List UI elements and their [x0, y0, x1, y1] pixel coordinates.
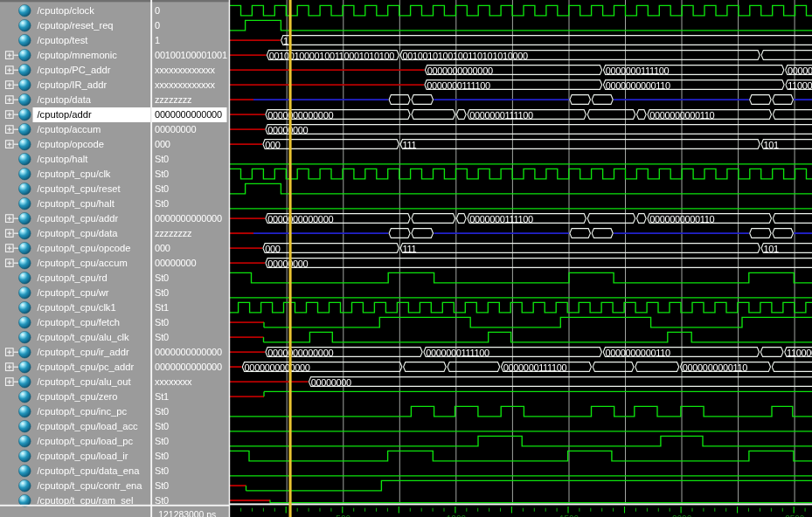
- svg-text:0000000111100: 0000000111100: [469, 110, 533, 121]
- svg-text:0000000000000: 0000000000000: [267, 214, 333, 224]
- svg-text:0000000000110: 0000000000110: [606, 80, 670, 91]
- svg-text:/cputop/t_cpu/addr: /cputop/t_cpu/addr: [38, 213, 119, 224]
- svg-text:/cputop/addr: /cputop/addr: [38, 109, 92, 120]
- svg-text:00000000: 00000000: [155, 258, 196, 268]
- svg-text:00000000: 00000000: [155, 124, 196, 134]
- svg-text:00100100001001: 00100100001001: [155, 50, 227, 60]
- svg-text:1500: 1500: [559, 514, 580, 517]
- svg-text:00000000: 00000000: [267, 258, 308, 269]
- svg-text:/cputop/clock: /cputop/clock: [38, 5, 95, 16]
- svg-text:0000000000110: 0000000000110: [606, 348, 670, 358]
- svg-text:0000000000000: 0000000000000: [267, 110, 333, 121]
- svg-text:/cputop/t_cpu/zero: /cputop/t_cpu/zero: [38, 391, 118, 402]
- svg-text:St0: St0: [155, 465, 169, 476]
- svg-text:St0: St0: [155, 406, 169, 417]
- svg-text:2500: 2500: [785, 514, 805, 517]
- svg-text:St0: St0: [155, 154, 169, 164]
- svg-text:/cputop/IR_addr: /cputop/IR_addr: [38, 79, 108, 90]
- svg-text:0000000111100: 0000000111100: [606, 65, 670, 76]
- svg-text:101: 101: [763, 244, 779, 254]
- svg-text:/cputop/t_cpu/contr_ena: /cputop/t_cpu/contr_ena: [38, 480, 143, 491]
- svg-text:/cputop/test: /cputop/test: [38, 35, 89, 45]
- svg-text:St1: St1: [155, 302, 169, 313]
- svg-text:xxxxxxxxxxxxx: xxxxxxxxxxxxx: [155, 79, 216, 90]
- svg-text:0000000111101: 0000000111101: [788, 65, 812, 76]
- svg-text:/cputop/PC_addr: /cputop/PC_addr: [38, 65, 111, 75]
- svg-text:/cputop/t_cpu/clk: /cputop/t_cpu/clk: [38, 169, 111, 179]
- svg-text:121283000 ps: 121283000 ps: [158, 510, 216, 517]
- svg-text:0000000111100: 0000000111100: [503, 362, 567, 373]
- svg-text:0000000000000: 0000000000000: [427, 65, 493, 76]
- svg-text:xxxxxxxxxxxxx: xxxxxxxxxxxxx: [155, 65, 216, 75]
- svg-text:0010010000100110001010100: 0010010000100110001010100: [269, 51, 395, 61]
- svg-text:St0: St0: [155, 272, 169, 283]
- svg-text:0000000000000: 0000000000000: [155, 109, 222, 120]
- svg-text:0000000000000: 0000000000000: [267, 348, 333, 358]
- svg-text:0000000111100: 0000000111100: [427, 80, 490, 91]
- svg-text:000: 000: [265, 140, 281, 150]
- svg-text:/cputop/t_cpu/fetch: /cputop/t_cpu/fetch: [38, 317, 121, 327]
- svg-text:St0: St0: [155, 183, 169, 194]
- svg-text:xxxxxxxx: xxxxxxxx: [155, 376, 192, 387]
- svg-text:St0: St0: [155, 287, 169, 298]
- svg-text:1: 1: [155, 35, 160, 45]
- svg-text:/cputop/t_cpu/load_ir: /cputop/t_cpu/load_ir: [38, 451, 128, 461]
- svg-text:St0: St0: [155, 169, 169, 179]
- svg-text:/cputop/t_cpu/opcode: /cputop/t_cpu/opcode: [38, 243, 131, 253]
- svg-text:0: 0: [155, 5, 160, 16]
- svg-text:/cputop/t_cpu/ram_sel: /cputop/t_cpu/ram_sel: [38, 495, 134, 506]
- svg-text:St0: St0: [155, 421, 169, 431]
- svg-text:2000: 2000: [672, 514, 692, 517]
- svg-text:0000000000000: 0000000000000: [155, 347, 222, 357]
- svg-text:/cputop/t_cpu/wr: /cputop/t_cpu/wr: [38, 287, 109, 298]
- svg-text:/cputop/halt: /cputop/halt: [38, 154, 89, 164]
- svg-text:/cputop/opcode: /cputop/opcode: [38, 139, 105, 149]
- svg-text:/cputop/t_cpu/accum: /cputop/t_cpu/accum: [38, 258, 128, 268]
- svg-text:111: 111: [403, 140, 417, 150]
- svg-text:/cputop/mnemonic: /cputop/mnemonic: [38, 50, 118, 60]
- svg-text:/cputop/t_cpu/inc_pc: /cputop/t_cpu/inc_pc: [38, 406, 128, 417]
- svg-text:0: 0: [155, 20, 160, 31]
- svg-text:/cputop/t_cpu/load_acc: /cputop/t_cpu/load_acc: [38, 421, 138, 431]
- svg-text:/cputop/t_cpu/rd: /cputop/t_cpu/rd: [38, 272, 108, 283]
- svg-text:00000000: 00000000: [267, 125, 308, 135]
- svg-text:/cputop/data: /cputop/data: [38, 94, 92, 105]
- svg-text:/cputop/t_cpu/data_ena: /cputop/t_cpu/data_ena: [38, 465, 141, 476]
- svg-text:/cputop/t_cpu/clk1: /cputop/t_cpu/clk1: [38, 302, 116, 313]
- svg-text:1100000000001: 1100000000001: [787, 348, 812, 358]
- svg-text:000: 000: [155, 243, 170, 253]
- svg-text:/cputop/t_cpu/data: /cputop/t_cpu/data: [38, 228, 119, 238]
- svg-text:0000000000000: 0000000000000: [155, 362, 222, 372]
- svg-text:/cputop/t_cpu/reset: /cputop/t_cpu/reset: [38, 183, 121, 194]
- svg-text:zzzzzzzz: zzzzzzzz: [155, 94, 191, 105]
- svg-text:111: 111: [403, 244, 417, 254]
- svg-text:/cputop/t_cpu/halt: /cputop/t_cpu/halt: [38, 198, 115, 209]
- svg-text:101: 101: [763, 140, 779, 150]
- svg-text:00000000: 00000000: [311, 377, 351, 388]
- svg-text:1100000000001: 1100000000001: [788, 80, 812, 91]
- svg-text:/cputop/t_cpu/alu_clk: /cputop/t_cpu/alu_clk: [38, 332, 130, 342]
- svg-text:0000000000110: 0000000000110: [649, 214, 714, 224]
- svg-text:St0: St0: [155, 332, 169, 342]
- svg-text:St0: St0: [155, 451, 169, 461]
- svg-text:zzzzzzzz: zzzzzzzz: [155, 228, 191, 238]
- svg-text:/cputop/accum: /cputop/accum: [38, 124, 101, 134]
- svg-text:St0: St0: [155, 495, 169, 506]
- svg-text:St0: St0: [155, 198, 169, 209]
- svg-text:0000000111100: 0000000111100: [469, 214, 533, 224]
- svg-text:500: 500: [336, 514, 350, 517]
- svg-text:1: 1: [283, 36, 288, 46]
- svg-text:St0: St0: [155, 480, 169, 491]
- svg-text:0000000000110: 0000000000110: [683, 362, 747, 373]
- svg-text:St0: St0: [155, 436, 169, 446]
- svg-text:0000000000000: 0000000000000: [155, 213, 222, 224]
- svg-text:0000000000000: 0000000000000: [245, 362, 310, 373]
- svg-text:/cputop/reset_req: /cputop/reset_req: [38, 20, 114, 31]
- svg-text:0010010100100110101010000: 0010010100100110101010000: [402, 51, 528, 61]
- svg-text:000: 000: [265, 244, 281, 254]
- svg-text:0000000000110: 0000000000110: [649, 110, 714, 121]
- svg-text:1000: 1000: [447, 514, 467, 517]
- svg-text:St0: St0: [155, 317, 169, 327]
- svg-text:/cputop/t_cpu/alu_out: /cputop/t_cpu/alu_out: [38, 376, 132, 387]
- svg-text:0000000111100: 0000000111100: [426, 348, 489, 358]
